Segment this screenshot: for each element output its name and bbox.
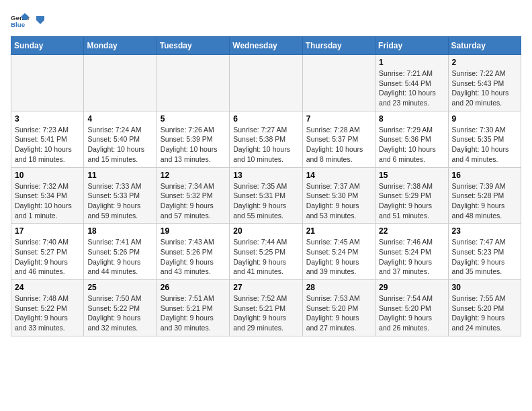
day-number: 8 (379, 114, 444, 124)
day-number: 6 (233, 114, 298, 124)
day-info: Sunrise: 7:24 AMSunset: 5:40 PMDaylight:… (87, 125, 152, 165)
day-number: 5 (161, 114, 226, 124)
day-cell: 28Sunrise: 7:53 AMSunset: 5:20 PMDayligh… (302, 280, 375, 336)
day-number: 7 (306, 114, 371, 124)
week-row-2: 3Sunrise: 7:23 AMSunset: 5:41 PMDaylight… (11, 111, 521, 167)
day-info: Sunrise: 7:47 AMSunset: 5:23 PMDaylight:… (452, 237, 517, 277)
day-number: 3 (15, 114, 80, 124)
day-info: Sunrise: 7:32 AMSunset: 5:34 PMDaylight:… (15, 181, 80, 221)
day-number: 1 (379, 58, 444, 67)
day-cell: 26Sunrise: 7:51 AMSunset: 5:21 PMDayligh… (157, 280, 229, 336)
day-cell: 16Sunrise: 7:39 AMSunset: 5:28 PMDayligh… (448, 167, 521, 224)
day-cell: 7Sunrise: 7:28 AMSunset: 5:37 PMDaylight… (302, 111, 375, 167)
day-info: Sunrise: 7:48 AMSunset: 5:22 PMDaylight:… (15, 293, 80, 333)
day-info: Sunrise: 7:55 AMSunset: 5:20 PMDaylight:… (452, 293, 517, 333)
day-info: Sunrise: 7:50 AMSunset: 5:22 PMDaylight:… (87, 293, 152, 333)
day-info: Sunrise: 7:37 AMSunset: 5:30 PMDaylight:… (306, 181, 371, 221)
day-number: 11 (87, 171, 152, 180)
day-cell: 19Sunrise: 7:43 AMSunset: 5:26 PMDayligh… (157, 224, 229, 280)
day-cell: 18Sunrise: 7:41 AMSunset: 5:26 PMDayligh… (84, 224, 157, 280)
day-cell: 27Sunrise: 7:52 AMSunset: 5:21 PMDayligh… (230, 280, 302, 336)
day-cell (11, 55, 84, 111)
calendar-header: SundayMondayTuesdayWednesdayThursdayFrid… (11, 37, 521, 55)
day-info: Sunrise: 7:23 AMSunset: 5:41 PMDaylight:… (15, 125, 80, 165)
day-number: 25 (87, 283, 152, 292)
day-cell (157, 55, 229, 111)
day-number: 20 (233, 226, 298, 236)
col-header-sunday: Sunday (11, 37, 84, 55)
day-info: Sunrise: 7:38 AMSunset: 5:29 PMDaylight:… (379, 181, 444, 221)
day-info: Sunrise: 7:27 AMSunset: 5:38 PMDaylight:… (233, 125, 298, 165)
day-cell: 29Sunrise: 7:54 AMSunset: 5:20 PMDayligh… (375, 280, 448, 336)
day-cell (230, 55, 302, 111)
week-row-4: 17Sunrise: 7:40 AMSunset: 5:27 PMDayligh… (11, 224, 521, 280)
day-number: 17 (15, 226, 80, 236)
day-number: 22 (379, 226, 444, 236)
day-info: Sunrise: 7:33 AMSunset: 5:33 PMDaylight:… (87, 181, 152, 221)
day-cell: 20Sunrise: 7:44 AMSunset: 5:25 PMDayligh… (230, 224, 302, 280)
col-header-tuesday: Tuesday (157, 37, 229, 55)
day-info: Sunrise: 7:54 AMSunset: 5:20 PMDaylight:… (379, 293, 444, 333)
day-cell: 1Sunrise: 7:21 AMSunset: 5:44 PMDaylight… (375, 55, 448, 111)
day-number: 12 (161, 171, 226, 180)
day-info: Sunrise: 7:45 AMSunset: 5:24 PMDaylight:… (306, 237, 371, 277)
day-number: 29 (379, 283, 444, 292)
day-number: 23 (452, 226, 517, 236)
day-cell: 9Sunrise: 7:30 AMSunset: 5:35 PMDaylight… (448, 111, 521, 167)
svg-text:Blue: Blue (11, 21, 26, 28)
day-cell: 15Sunrise: 7:38 AMSunset: 5:29 PMDayligh… (375, 167, 448, 224)
day-number: 21 (306, 226, 371, 236)
day-cell: 21Sunrise: 7:45 AMSunset: 5:24 PMDayligh… (302, 224, 375, 280)
day-number: 27 (233, 283, 298, 292)
week-row-5: 24Sunrise: 7:48 AMSunset: 5:22 PMDayligh… (11, 280, 521, 336)
day-cell: 25Sunrise: 7:50 AMSunset: 5:22 PMDayligh… (84, 280, 157, 336)
calendar-table: SundayMondayTuesdayWednesdayThursdayFrid… (11, 36, 521, 336)
day-number: 19 (161, 226, 226, 236)
day-number: 9 (452, 114, 517, 124)
day-cell (302, 55, 375, 111)
day-number: 28 (306, 283, 371, 292)
week-row-1: 1Sunrise: 7:21 AMSunset: 5:44 PMDaylight… (11, 55, 521, 111)
day-info: Sunrise: 7:26 AMSunset: 5:39 PMDaylight:… (161, 125, 226, 165)
day-cell: 22Sunrise: 7:46 AMSunset: 5:24 PMDayligh… (375, 224, 448, 280)
day-number: 14 (306, 171, 371, 180)
day-info: Sunrise: 7:39 AMSunset: 5:28 PMDaylight:… (452, 181, 517, 221)
day-number: 4 (87, 114, 152, 124)
day-info: Sunrise: 7:21 AMSunset: 5:44 PMDaylight:… (379, 68, 444, 108)
day-number: 24 (15, 283, 80, 292)
day-info: Sunrise: 7:30 AMSunset: 5:35 PMDaylight:… (452, 125, 517, 165)
svg-marker-2 (36, 16, 44, 24)
day-cell: 24Sunrise: 7:48 AMSunset: 5:22 PMDayligh… (11, 280, 84, 336)
day-cell: 23Sunrise: 7:47 AMSunset: 5:23 PMDayligh… (448, 224, 521, 280)
day-cell: 4Sunrise: 7:24 AMSunset: 5:40 PMDaylight… (84, 111, 157, 167)
col-header-saturday: Saturday (448, 37, 521, 55)
day-info: Sunrise: 7:41 AMSunset: 5:26 PMDaylight:… (87, 237, 152, 277)
day-cell: 10Sunrise: 7:32 AMSunset: 5:34 PMDayligh… (11, 167, 84, 224)
day-info: Sunrise: 7:22 AMSunset: 5:43 PMDaylight:… (452, 68, 517, 108)
day-cell (84, 55, 157, 111)
day-cell: 2Sunrise: 7:22 AMSunset: 5:43 PMDaylight… (448, 55, 521, 111)
day-number: 26 (161, 283, 226, 292)
day-cell: 8Sunrise: 7:29 AMSunset: 5:36 PMDaylight… (375, 111, 448, 167)
day-info: Sunrise: 7:46 AMSunset: 5:24 PMDaylight:… (379, 237, 444, 277)
day-info: Sunrise: 7:53 AMSunset: 5:20 PMDaylight:… (306, 293, 371, 333)
day-number: 15 (379, 171, 444, 180)
header: General Blue (11, 11, 521, 30)
day-number: 13 (233, 171, 298, 180)
day-info: Sunrise: 7:35 AMSunset: 5:31 PMDaylight:… (233, 181, 298, 221)
day-number: 18 (87, 226, 152, 236)
day-cell: 14Sunrise: 7:37 AMSunset: 5:30 PMDayligh… (302, 167, 375, 224)
day-cell: 6Sunrise: 7:27 AMSunset: 5:38 PMDaylight… (230, 111, 302, 167)
day-cell: 13Sunrise: 7:35 AMSunset: 5:31 PMDayligh… (230, 167, 302, 224)
col-header-thursday: Thursday (302, 37, 375, 55)
day-number: 10 (15, 171, 80, 180)
col-header-wednesday: Wednesday (230, 37, 302, 55)
day-cell: 17Sunrise: 7:40 AMSunset: 5:27 PMDayligh… (11, 224, 84, 280)
day-info: Sunrise: 7:43 AMSunset: 5:26 PMDaylight:… (161, 237, 226, 277)
day-info: Sunrise: 7:29 AMSunset: 5:36 PMDaylight:… (379, 125, 444, 165)
day-cell: 5Sunrise: 7:26 AMSunset: 5:39 PMDaylight… (157, 111, 229, 167)
day-info: Sunrise: 7:34 AMSunset: 5:32 PMDaylight:… (161, 181, 226, 221)
day-info: Sunrise: 7:40 AMSunset: 5:27 PMDaylight:… (15, 237, 80, 277)
logo-arrow-icon (34, 13, 47, 27)
day-number: 30 (452, 283, 517, 292)
